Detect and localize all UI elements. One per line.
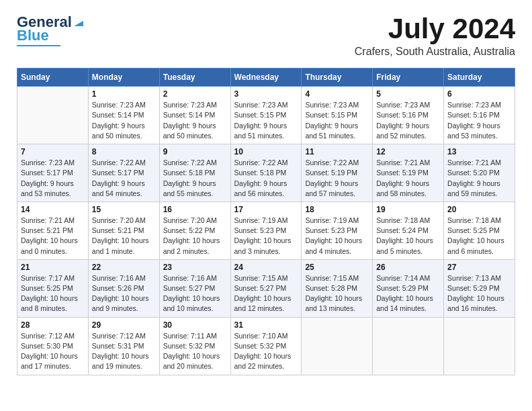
day-number: 23 [163,263,227,272]
logo-blue: Blue [17,27,85,44]
logo: General Blue [17,13,85,46]
calendar-day-cell: 9Sunrise: 7:22 AMSunset: 5:18 PMDaylight… [159,144,230,202]
day-number: 16 [163,205,227,214]
title-area: July 2024 Crafers, South Australia, Aust… [355,13,515,58]
calendar-day-cell [444,317,515,375]
calendar-day-cell: 18Sunrise: 7:19 AMSunset: 5:23 PMDayligh… [302,201,373,259]
day-number: 28 [21,320,85,330]
day-number: 25 [305,263,369,272]
day-number: 1 [92,89,156,99]
calendar-week-row: 21Sunrise: 7:17 AMSunset: 5:25 PMDayligh… [17,259,515,317]
calendar-day-cell: 27Sunrise: 7:13 AMSunset: 5:29 PMDayligh… [444,259,515,317]
day-number: 15 [92,205,156,214]
calendar-day-cell: 14Sunrise: 7:21 AMSunset: 5:21 PMDayligh… [17,201,89,259]
day-number: 18 [305,205,369,214]
day-number: 5 [376,89,440,99]
day-number: 2 [163,89,227,99]
calendar-day-cell: 7Sunrise: 7:23 AMSunset: 5:17 PMDaylight… [17,144,89,202]
calendar-header-friday: Friday [373,68,444,87]
svg-marker-0 [74,21,83,26]
day-number: 21 [21,263,85,272]
day-info: Sunrise: 7:22 AMSunset: 5:18 PMDaylight:… [234,158,298,199]
day-number: 17 [234,205,298,214]
calendar-header-saturday: Saturday [444,68,515,87]
calendar-day-cell: 22Sunrise: 7:16 AMSunset: 5:26 PMDayligh… [88,259,159,317]
calendar-day-cell [373,317,444,375]
day-number: 24 [234,263,298,272]
calendar-header-tuesday: Tuesday [159,68,230,87]
day-info: Sunrise: 7:23 AMSunset: 5:17 PMDaylight:… [21,158,85,199]
day-info: Sunrise: 7:15 AMSunset: 5:28 PMDaylight:… [305,273,369,314]
day-info: Sunrise: 7:16 AMSunset: 5:27 PMDaylight:… [163,273,227,314]
day-number: 29 [92,320,156,330]
calendar-day-cell: 8Sunrise: 7:22 AMSunset: 5:17 PMDaylight… [88,144,159,202]
day-info: Sunrise: 7:21 AMSunset: 5:20 PMDaylight:… [447,158,511,199]
day-info: Sunrise: 7:18 AMSunset: 5:24 PMDaylight:… [376,216,440,257]
day-number: 6 [447,89,511,99]
day-info: Sunrise: 7:19 AMSunset: 5:23 PMDaylight:… [234,216,298,257]
calendar-day-cell: 17Sunrise: 7:19 AMSunset: 5:23 PMDayligh… [230,201,302,259]
day-info: Sunrise: 7:15 AMSunset: 5:27 PMDaylight:… [234,273,298,314]
calendar-day-cell: 16Sunrise: 7:20 AMSunset: 5:22 PMDayligh… [159,201,230,259]
day-info: Sunrise: 7:20 AMSunset: 5:22 PMDaylight:… [163,216,227,257]
calendar-table: SundayMondayTuesdayWednesdayThursdayFrid… [17,68,515,375]
calendar-day-cell [302,317,373,375]
day-number: 10 [234,147,298,156]
day-number: 30 [163,320,227,330]
day-number: 8 [92,147,156,156]
day-info: Sunrise: 7:23 AMSunset: 5:15 PMDaylight:… [305,100,369,141]
calendar-week-row: 28Sunrise: 7:12 AMSunset: 5:30 PMDayligh… [17,317,515,375]
day-number: 11 [305,147,369,156]
day-info: Sunrise: 7:18 AMSunset: 5:25 PMDaylight:… [447,216,511,257]
logo-triangle-icon [73,15,85,28]
page-subtitle: Crafers, South Australia, Australia [355,46,515,58]
calendar-day-cell [17,87,89,144]
day-number: 19 [376,205,440,214]
calendar-header-sunday: Sunday [17,68,89,87]
calendar-day-cell: 19Sunrise: 7:18 AMSunset: 5:24 PMDayligh… [373,201,444,259]
calendar-day-cell: 21Sunrise: 7:17 AMSunset: 5:25 PMDayligh… [17,259,89,317]
day-info: Sunrise: 7:12 AMSunset: 5:31 PMDaylight:… [92,331,156,372]
day-info: Sunrise: 7:13 AMSunset: 5:29 PMDaylight:… [447,273,511,314]
day-info: Sunrise: 7:23 AMSunset: 5:15 PMDaylight:… [234,100,298,141]
day-number: 27 [447,263,511,272]
day-info: Sunrise: 7:22 AMSunset: 5:19 PMDaylight:… [305,158,369,199]
day-number: 7 [21,147,85,156]
calendar-day-cell: 13Sunrise: 7:21 AMSunset: 5:20 PMDayligh… [444,144,515,202]
day-number: 3 [234,89,298,99]
day-info: Sunrise: 7:23 AMSunset: 5:16 PMDaylight:… [447,100,511,141]
day-number: 20 [447,205,511,214]
day-info: Sunrise: 7:19 AMSunset: 5:23 PMDaylight:… [305,216,369,257]
calendar-day-cell: 28Sunrise: 7:12 AMSunset: 5:30 PMDayligh… [17,317,89,375]
day-info: Sunrise: 7:17 AMSunset: 5:25 PMDaylight:… [21,273,85,314]
calendar-day-cell: 2Sunrise: 7:23 AMSunset: 5:14 PMDaylight… [159,87,230,144]
calendar-day-cell: 30Sunrise: 7:11 AMSunset: 5:32 PMDayligh… [159,317,230,375]
day-number: 13 [447,147,511,156]
day-number: 14 [21,205,85,214]
day-info: Sunrise: 7:12 AMSunset: 5:30 PMDaylight:… [21,331,85,372]
day-info: Sunrise: 7:23 AMSunset: 5:14 PMDaylight:… [92,100,156,141]
calendar-header-wednesday: Wednesday [230,68,302,87]
calendar-day-cell: 24Sunrise: 7:15 AMSunset: 5:27 PMDayligh… [230,259,302,317]
day-info: Sunrise: 7:21 AMSunset: 5:19 PMDaylight:… [376,158,440,199]
day-number: 31 [234,320,298,330]
day-info: Sunrise: 7:23 AMSunset: 5:14 PMDaylight:… [163,100,227,141]
day-info: Sunrise: 7:22 AMSunset: 5:17 PMDaylight:… [92,158,156,199]
day-number: 26 [376,263,440,272]
calendar-day-cell: 29Sunrise: 7:12 AMSunset: 5:31 PMDayligh… [88,317,159,375]
day-info: Sunrise: 7:10 AMSunset: 5:32 PMDaylight:… [234,331,298,372]
calendar-day-cell: 4Sunrise: 7:23 AMSunset: 5:15 PMDaylight… [302,87,373,144]
day-info: Sunrise: 7:20 AMSunset: 5:21 PMDaylight:… [92,216,156,257]
calendar-week-row: 1Sunrise: 7:23 AMSunset: 5:14 PMDaylight… [17,87,515,144]
page-title: July 2024 [355,13,515,44]
calendar-day-cell: 6Sunrise: 7:23 AMSunset: 5:16 PMDaylight… [444,87,515,144]
day-info: Sunrise: 7:11 AMSunset: 5:32 PMDaylight:… [163,331,227,372]
calendar-day-cell: 26Sunrise: 7:14 AMSunset: 5:29 PMDayligh… [373,259,444,317]
calendar-day-cell: 20Sunrise: 7:18 AMSunset: 5:25 PMDayligh… [444,201,515,259]
day-number: 4 [305,89,369,99]
page-header: General Blue July 2024 Crafers, South Au… [17,13,515,58]
day-info: Sunrise: 7:21 AMSunset: 5:21 PMDaylight:… [21,216,85,257]
calendar-header-row: SundayMondayTuesdayWednesdayThursdayFrid… [17,68,515,87]
calendar-day-cell: 3Sunrise: 7:23 AMSunset: 5:15 PMDaylight… [230,87,302,144]
day-info: Sunrise: 7:22 AMSunset: 5:18 PMDaylight:… [163,158,227,199]
